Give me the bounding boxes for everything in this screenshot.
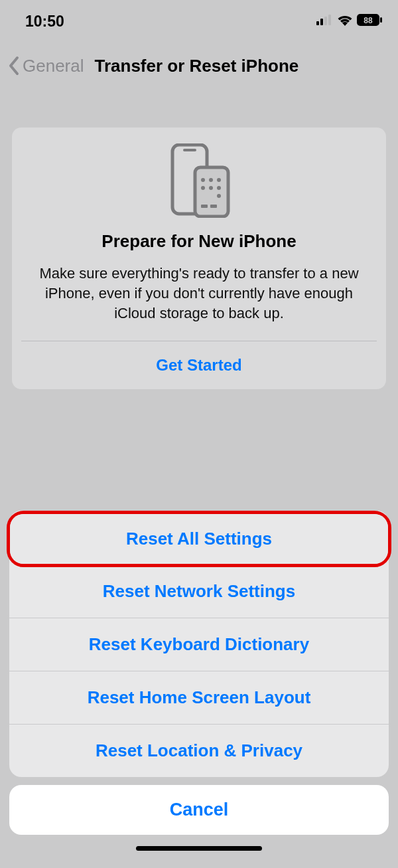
sheet-options-group: Reset All Settings Reset Network Setting… (9, 511, 389, 777)
home-indicator[interactable] (136, 846, 262, 851)
svg-rect-17 (201, 205, 208, 208)
status-right: 88 (316, 14, 382, 29)
back-chevron-icon[interactable] (8, 56, 20, 76)
card-description: Make sure everything's ready to transfer… (21, 264, 377, 341)
action-sheet: Reset All Settings Reset Network Setting… (0, 513, 398, 868)
svg-point-14 (209, 186, 213, 190)
get-started-button[interactable]: Get Started (21, 341, 377, 389)
svg-rect-3 (328, 15, 331, 25)
svg-point-12 (217, 178, 221, 182)
content-area: Prepare for New iPhone Make sure everyth… (0, 85, 398, 389)
reset-home-screen-layout-button[interactable]: Reset Home Screen Layout (9, 671, 389, 725)
highlighted-option: Reset All Settings (7, 511, 391, 567)
page-title: Transfer or Reset iPhone (95, 56, 299, 76)
svg-rect-2 (324, 17, 327, 25)
cellular-icon (316, 15, 333, 28)
card-title: Prepare for New iPhone (21, 231, 377, 252)
reset-network-settings-button[interactable]: Reset Network Settings (9, 565, 389, 618)
svg-rect-5 (380, 17, 382, 23)
battery-icon: 88 (357, 14, 382, 29)
cancel-button[interactable]: Cancel (9, 785, 389, 835)
svg-point-16 (217, 194, 221, 198)
svg-point-11 (209, 178, 213, 182)
reset-location-privacy-button[interactable]: Reset Location & Privacy (9, 725, 389, 777)
svg-point-15 (217, 186, 221, 190)
svg-point-13 (201, 186, 205, 190)
prepare-card: Prepare for New iPhone Make sure everyth… (12, 128, 386, 389)
svg-rect-0 (316, 21, 319, 25)
svg-rect-9 (195, 167, 228, 217)
navigation-bar: General Transfer or Reset iPhone (0, 37, 398, 85)
reset-keyboard-dictionary-button[interactable]: Reset Keyboard Dictionary (9, 618, 389, 671)
status-bar: 10:50 88 (0, 0, 398, 37)
svg-point-10 (201, 178, 205, 182)
svg-text:88: 88 (364, 16, 373, 25)
status-time: 10:50 (25, 13, 64, 31)
back-label[interactable]: General (23, 56, 84, 76)
wifi-icon (337, 15, 353, 29)
reset-all-settings-button[interactable]: Reset All Settings (10, 514, 388, 564)
svg-rect-1 (320, 19, 323, 25)
svg-rect-18 (210, 205, 217, 208)
device-transfer-icon (21, 141, 377, 231)
